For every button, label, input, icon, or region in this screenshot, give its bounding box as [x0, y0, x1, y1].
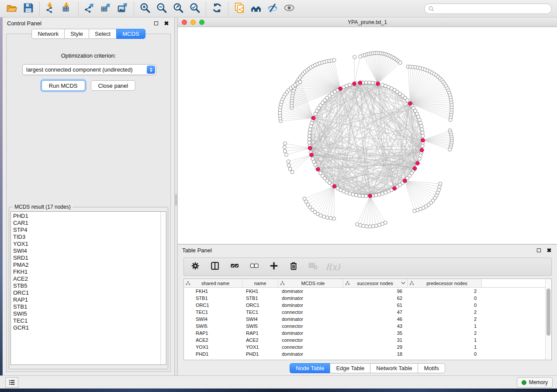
cell-successor-nodes[interactable]: 18: [343, 351, 408, 358]
table-scrollbar[interactable]: [545, 279, 551, 360]
network-node[interactable]: [381, 192, 384, 196]
search-box[interactable]: [424, 3, 552, 14]
mcds-result-item[interactable]: TEC1: [13, 317, 160, 324]
cell-successor-nodes[interactable]: 46: [343, 316, 408, 323]
network-node[interactable]: [358, 194, 361, 197]
export-network-button[interactable]: [81, 2, 98, 16]
select-all-columns-button[interactable]: [228, 261, 241, 273]
network-node[interactable]: [406, 99, 409, 102]
network-node[interactable]: [308, 134, 311, 138]
zoom-selected-button[interactable]: [187, 2, 203, 16]
network-node[interactable]: [377, 193, 381, 196]
network-hub-node[interactable]: [393, 186, 397, 190]
network-leaf-node[interactable]: [371, 224, 375, 228]
mcds-result-item[interactable]: SWI4: [13, 248, 160, 254]
close-table-panel-icon[interactable]: ✖: [546, 247, 553, 254]
mcds-result-item[interactable]: STB1: [13, 303, 160, 310]
table-row[interactable]: TEC1TEC1connector472: [184, 309, 545, 316]
network-leaf-node[interactable]: [332, 58, 336, 62]
cell-predecessor-nodes[interactable]: 1: [408, 337, 482, 344]
cell-MCDS-role[interactable]: dominator: [278, 330, 343, 337]
network-node[interactable]: [351, 193, 355, 196]
cell-shared-name[interactable]: STB1: [184, 295, 242, 302]
cell-predecessor-nodes[interactable]: 0: [408, 295, 482, 302]
cell-successor-nodes[interactable]: 61: [343, 302, 408, 309]
table-row[interactable]: YOX1YOX1connector291: [184, 344, 545, 351]
import-table-button[interactable]: [59, 2, 76, 16]
mcds-result-item[interactable]: FKH1: [13, 268, 160, 275]
cell-MCDS-role[interactable]: dominator: [278, 288, 343, 295]
network-node[interactable]: [420, 124, 423, 128]
network-leaf-node[interactable]: [303, 197, 306, 200]
cell-name[interactable]: TEC1: [242, 309, 278, 316]
cell-name[interactable]: RAP1: [242, 330, 278, 337]
cell-name[interactable]: YOX1: [242, 344, 278, 351]
mcds-result-item[interactable]: ORC1: [13, 289, 160, 296]
export-table-button[interactable]: [98, 2, 114, 16]
network-leaf-node[interactable]: [298, 80, 302, 84]
network-node[interactable]: [364, 81, 368, 84]
mcds-result-item[interactable]: PHD1: [13, 213, 160, 220]
table-row[interactable]: SWI5SWI5connector431: [184, 323, 545, 330]
mcds-result-item[interactable]: STP4: [13, 227, 160, 234]
network-leaf-node[interactable]: [329, 217, 332, 220]
cell-predecessor-nodes[interactable]: 2: [408, 288, 482, 295]
table-scrollbar-thumb[interactable]: [547, 289, 550, 336]
network-node[interactable]: [336, 187, 339, 190]
tab-select[interactable]: Select: [89, 29, 117, 39]
run-mcds-button[interactable]: Run MCDS: [42, 80, 85, 91]
column-header-successor-nodes[interactable]: successor nodes: [343, 279, 408, 287]
network-leaf-node[interactable]: [374, 224, 378, 227]
tab-style[interactable]: Style: [64, 29, 89, 39]
network-hub-node[interactable]: [316, 168, 320, 172]
refresh-button[interactable]: [209, 2, 225, 16]
network-hub-node[interactable]: [339, 87, 343, 91]
deselect-all-columns-button[interactable]: [248, 261, 260, 273]
cell-successor-nodes[interactable]: 96: [343, 288, 408, 295]
network-node[interactable]: [421, 134, 425, 138]
network-leaf-node[interactable]: [283, 146, 286, 149]
mcds-result-item[interactable]: ACE2: [13, 275, 160, 282]
table-row[interactable]: PHD1PHD1dominator180: [184, 351, 545, 358]
memory-button[interactable]: Memory: [517, 377, 553, 388]
network-node[interactable]: [371, 81, 374, 85]
tab-network[interactable]: Network: [31, 29, 65, 39]
cell-name[interactable]: FKH1: [242, 288, 278, 295]
network-leaf-node[interactable]: [287, 164, 291, 167]
save-button[interactable]: [20, 2, 37, 16]
export-image-button[interactable]: [114, 2, 131, 16]
network-hub-node[interactable]: [413, 167, 417, 171]
float-table-panel-icon[interactable]: [535, 247, 542, 254]
zoom-in-button[interactable]: [137, 2, 153, 16]
mcds-result-item[interactable]: CAR1: [13, 220, 160, 227]
network-node[interactable]: [308, 141, 311, 144]
network-node[interactable]: [420, 127, 424, 131]
mcds-result-item[interactable]: STB5: [13, 282, 160, 289]
cell-name[interactable]: ACE2: [242, 337, 278, 344]
network-node[interactable]: [308, 131, 311, 134]
mcds-result-item[interactable]: TID3: [13, 234, 160, 241]
cell-shared-name[interactable]: YOX1: [184, 344, 242, 351]
network-leaf-node[interactable]: [322, 215, 326, 219]
mcds-result-item[interactable]: YOX1: [13, 241, 160, 248]
table-row[interactable]: RAP1RAP1dominator352: [184, 330, 545, 337]
show-all-button[interactable]: [281, 2, 298, 16]
cell-successor-nodes[interactable]: 43: [343, 323, 408, 330]
network-node[interactable]: [308, 138, 311, 141]
cell-name[interactable]: STB1: [242, 295, 278, 302]
table-row[interactable]: FKH1FKH1dominator962: [184, 288, 545, 295]
network-leaf-node[interactable]: [368, 225, 372, 228]
toggle-columns-button[interactable]: [209, 261, 221, 273]
network-hub-node[interactable]: [311, 116, 315, 120]
network-hub-node[interactable]: [353, 82, 356, 86]
network-node[interactable]: [309, 124, 313, 128]
cell-MCDS-role[interactable]: connector: [278, 309, 343, 316]
hide-selected-button[interactable]: [264, 2, 281, 16]
column-header-predecessor-nodes[interactable]: predecessor nodes: [408, 279, 482, 287]
network-leaf-node[interactable]: [291, 170, 294, 174]
cell-shared-name[interactable]: TEC1: [184, 309, 242, 316]
network-leaf-node[interactable]: [449, 118, 452, 122]
cell-MCDS-role[interactable]: dominator: [278, 316, 343, 323]
network-leaf-node[interactable]: [365, 225, 368, 228]
cell-shared-name[interactable]: ACE2: [184, 337, 242, 344]
